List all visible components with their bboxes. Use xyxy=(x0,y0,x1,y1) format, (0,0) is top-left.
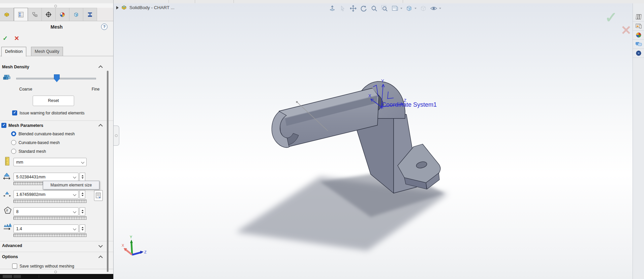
tab-definition[interactable]: Definition xyxy=(1,47,26,57)
help-icon[interactable]: ? xyxy=(101,24,108,30)
tab-property-manager[interactable] xyxy=(14,8,28,21)
hide-show-items-icon[interactable] xyxy=(430,5,437,12)
chevron-up-icon xyxy=(98,124,103,128)
unit-select[interactable]: mm xyxy=(13,158,87,166)
expand-advanced[interactable] xyxy=(99,243,102,248)
zoom-to-area-icon[interactable] xyxy=(381,5,388,12)
recalculate-size-button[interactable] xyxy=(94,190,103,201)
minimum-element-size-value: 1.67459802mm xyxy=(16,192,45,197)
task-pane-spacer xyxy=(633,3,644,12)
zoom-in-out-icon[interactable] xyxy=(370,5,378,12)
display-style-icon[interactable] xyxy=(391,5,399,12)
bottom-bar-divider xyxy=(39,275,39,278)
issue-warning-label: Issue warning for distorted elements xyxy=(20,111,85,115)
task-pane-3dexperience[interactable] xyxy=(633,49,644,58)
dropdown-caret-icon[interactable] xyxy=(439,8,441,9)
forum-chat-icon xyxy=(635,41,642,47)
rotate-view-icon[interactable] xyxy=(360,5,367,12)
task-pane-resources[interactable] xyxy=(633,12,644,22)
confirm-accept-icon[interactable]: ✓ xyxy=(605,9,617,26)
handle-grip-icon xyxy=(115,134,118,137)
growth-ratio-value: 1.4 xyxy=(16,226,22,231)
mesh-parameters-heading: Mesh Parameters xyxy=(8,123,43,128)
coordinate-system-label[interactable]: Coordinate System1 xyxy=(382,101,437,108)
min-elements-in-circle-icon: # xyxy=(3,206,12,215)
radio-curvature[interactable] xyxy=(11,140,16,145)
radio-blended-curvature[interactable] xyxy=(11,131,16,136)
tab-dimxpert-manager[interactable] xyxy=(42,8,56,21)
pan-icon[interactable] xyxy=(349,5,357,12)
dropdown-caret-icon[interactable] xyxy=(415,8,417,9)
tooltip: Maximum element size xyxy=(43,181,99,189)
pm-tab-row: Definition Mesh Quality xyxy=(0,47,113,56)
panel-bottom-splitter[interactable] xyxy=(0,269,113,274)
view-triad: X Y Z xyxy=(122,235,147,255)
advanced-heading: Advanced xyxy=(2,243,22,248)
view-orientation-icon[interactable] xyxy=(405,5,413,12)
growth-ratio-ruler xyxy=(13,234,87,237)
minimum-element-size-icon xyxy=(3,190,11,199)
growth-ratio-icon xyxy=(3,223,11,232)
normal-to-icon[interactable] xyxy=(329,5,336,12)
min-elements-in-circle-stepper[interactable] xyxy=(80,207,85,216)
collapse-options[interactable] xyxy=(99,255,102,260)
triad-z-label: Z xyxy=(144,250,147,254)
task-pane-forum[interactable] xyxy=(633,40,644,49)
reset-button[interactable]: Reset xyxy=(33,96,74,106)
tab-mesh-quality[interactable]: Mesh Quality xyxy=(31,47,63,56)
maximum-element-size-stepper[interactable] xyxy=(80,173,85,181)
mesh-density-icon xyxy=(3,73,11,82)
panel-collapse-handle[interactable] xyxy=(114,126,119,146)
property-manager-panel: Mesh ? ✓ ✕ Definition Mesh Quality Mesh … xyxy=(0,3,113,275)
flyout-feature-tree[interactable]: SolidBody - CHART ... xyxy=(116,5,175,10)
page-title: Mesh xyxy=(0,24,113,30)
radio-curvature-label: Curvature-based mesh xyxy=(19,140,60,145)
fine-label: Fine xyxy=(92,87,99,92)
min-elements-in-circle-input[interactable]: 8 xyxy=(13,207,79,216)
model-canvas[interactable]: X Y Z Coordinate System1 X Y Z xyxy=(114,3,633,279)
confirm-cancel-icon[interactable]: ✕ xyxy=(621,23,632,38)
feature-tree-splitter[interactable] xyxy=(0,3,113,8)
chevron-down-icon xyxy=(73,210,76,213)
splitter-grip-icon xyxy=(54,271,57,273)
dimxpert-icon xyxy=(45,11,52,18)
chevron-up-icon xyxy=(98,255,103,260)
panel-scrollbar[interactable] xyxy=(107,71,109,272)
bottom-bar-segment xyxy=(3,275,12,278)
collapse-mesh-parameters[interactable] xyxy=(99,124,102,129)
task-pane-appearances[interactable] xyxy=(633,31,644,40)
task-pane-view-palette[interactable] xyxy=(633,22,644,31)
growth-ratio-stepper[interactable] xyxy=(80,224,85,233)
maximum-element-size-icon xyxy=(3,172,11,181)
collapse-mesh-density[interactable] xyxy=(99,65,102,70)
tab-simulation-manager[interactable] xyxy=(69,8,83,21)
section-view-icon[interactable] xyxy=(420,5,427,12)
ok-button[interactable]: ✓ xyxy=(3,35,8,42)
tab-feature-manager[interactable] xyxy=(0,8,14,21)
growth-ratio-input[interactable]: 1.4 xyxy=(13,224,79,233)
top-strip-divider xyxy=(168,0,169,3)
library-books-icon xyxy=(636,14,642,20)
minimum-element-size-stepper[interactable] xyxy=(80,190,85,199)
tab-motion-manager[interactable] xyxy=(83,8,97,21)
select-icon[interactable] xyxy=(339,5,346,12)
splitter-grip-icon xyxy=(54,5,57,7)
maximum-element-size-input[interactable]: 5.02384431mm xyxy=(13,173,79,181)
flyout-expand-icon[interactable] xyxy=(116,6,119,9)
issue-warning-checkbox[interactable] xyxy=(12,110,17,115)
radio-standard[interactable] xyxy=(11,149,16,154)
bottom-bar-segment xyxy=(13,275,21,278)
minimum-element-size-input[interactable]: 1.67459802mm xyxy=(13,190,79,199)
dropdown-caret-icon[interactable] xyxy=(400,8,402,9)
unit-value: mm xyxy=(16,160,23,165)
graphics-viewport[interactable]: SolidBody - CHART ... xyxy=(114,3,633,279)
chevron-down-icon xyxy=(73,193,76,196)
save-settings-checkbox[interactable] xyxy=(12,264,17,269)
top-strip-divider xyxy=(234,0,234,3)
heads-up-toolbar xyxy=(329,3,441,13)
mesh-parameters-checkbox[interactable] xyxy=(1,123,6,128)
tab-display-manager[interactable] xyxy=(56,8,69,21)
mesh-density-slider-thumb[interactable] xyxy=(54,74,60,82)
cancel-button[interactable]: ✕ xyxy=(14,35,19,42)
tab-configuration-manager[interactable] xyxy=(28,8,42,21)
